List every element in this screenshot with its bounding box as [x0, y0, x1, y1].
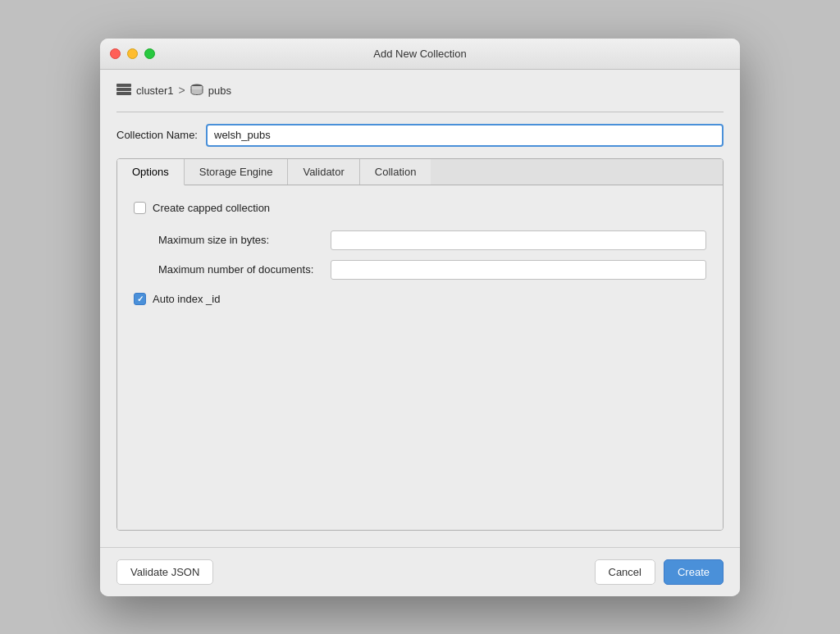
window-title: Add New Collection: [373, 48, 466, 60]
title-bar: Add New Collection: [100, 39, 740, 70]
auto-index-checkbox[interactable]: [134, 293, 146, 305]
tabs-header: Options Storage Engine Validator Collati…: [117, 159, 723, 185]
db-icon: [190, 83, 203, 98]
svg-rect-1: [116, 88, 131, 91]
minimize-button[interactable]: [127, 48, 138, 59]
tab-options[interactable]: Options: [117, 159, 185, 185]
close-button[interactable]: [110, 48, 121, 59]
cluster-label: cluster1: [136, 84, 174, 97]
window-content: cluster1 > pubs Collection Name: Options: [100, 70, 740, 547]
collection-name-input[interactable]: [206, 124, 724, 147]
breadcrumb-separator: >: [179, 84, 185, 97]
auto-index-row: Auto index _id: [134, 293, 706, 305]
tabs-container: Options Storage Engine Validator Collati…: [116, 158, 724, 531]
max-docs-input[interactable]: [331, 260, 706, 280]
db-label: pubs: [208, 84, 231, 97]
max-size-input[interactable]: [331, 230, 706, 250]
create-button[interactable]: Create: [664, 559, 724, 585]
svg-rect-0: [116, 84, 131, 87]
tab-storage-engine[interactable]: Storage Engine: [185, 159, 289, 185]
svg-rect-2: [116, 92, 131, 95]
max-docs-row: Maximum number of documents:: [134, 260, 706, 280]
validate-json-button[interactable]: Validate JSON: [116, 559, 213, 585]
dialog-window: Add New Collection cluster1 > p: [100, 39, 740, 596]
max-size-label: Maximum size in bytes:: [158, 234, 322, 246]
auto-index-label: Auto index _id: [153, 293, 220, 305]
tab-content-options: Create capped collection Maximum size in…: [117, 185, 723, 530]
collection-name-row: Collection Name:: [116, 124, 724, 147]
breadcrumb: cluster1 > pubs: [116, 83, 724, 98]
cluster-icon: [116, 84, 131, 98]
capped-collection-label: Create capped collection: [153, 202, 270, 214]
traffic-lights: [110, 48, 155, 59]
bottom-right-buttons: Cancel Create: [595, 559, 724, 585]
bottom-bar: Validate JSON Cancel Create: [100, 547, 740, 596]
tab-validator[interactable]: Validator: [288, 159, 359, 185]
capped-collection-row: Create capped collection: [134, 202, 706, 214]
max-docs-label: Maximum number of documents:: [158, 263, 322, 276]
cancel-button[interactable]: Cancel: [595, 559, 655, 585]
max-size-row: Maximum size in bytes:: [134, 230, 706, 250]
collection-name-label: Collection Name:: [116, 129, 198, 141]
capped-collection-checkbox[interactable]: [134, 202, 146, 214]
tab-collation[interactable]: Collation: [360, 159, 431, 185]
maximize-button[interactable]: [144, 48, 155, 59]
